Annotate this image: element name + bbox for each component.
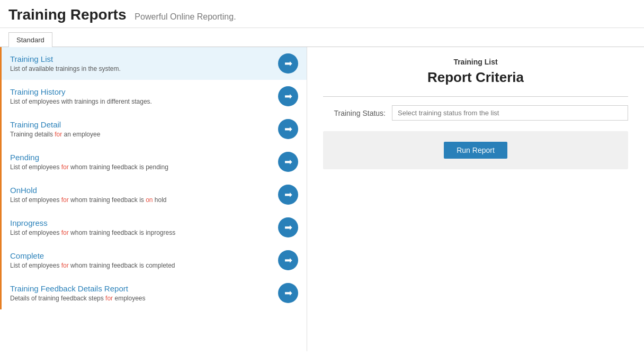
list-item-desc-training-list: List of available trainings in the syste… — [10, 65, 273, 72]
page-title: Training Reports — [8, 6, 126, 23]
list-item-content-pending: PendingList of employees for whom traini… — [10, 153, 273, 171]
list-item-content-inprogress: InprogressList of employees for whom tra… — [10, 218, 273, 236]
list-item-complete[interactable]: CompleteList of employees for whom train… — [0, 244, 307, 277]
run-report-area: Run Report — [323, 131, 628, 169]
list-item-title-training-feedback-details: Training Feedback Details Report — [10, 284, 273, 293]
list-item-title-onhold: OnHold — [10, 186, 273, 195]
list-item-content-training-list: Training ListList of available trainings… — [10, 54, 273, 72]
right-panel: Training List Report Criteria Training S… — [307, 47, 644, 351]
list-item-training-list[interactable]: Training ListList of available trainings… — [0, 47, 307, 80]
criteria-container: Training Status: — [323, 105, 628, 121]
list-item-desc-pending: List of employees for whom training feed… — [10, 163, 273, 171]
chevron-button-training-detail[interactable]: ➡ — [278, 119, 298, 139]
chevron-button-training-feedback-details[interactable]: ➡ — [278, 283, 298, 303]
list-item-title-complete: Complete — [10, 251, 273, 260]
list-item-desc-complete: List of employees for whom training feed… — [10, 262, 273, 269]
chevron-button-training-history[interactable]: ➡ — [278, 86, 298, 106]
criteria-label-training-status: Training Status: — [323, 109, 392, 117]
list-item-title-pending: Pending — [10, 153, 273, 162]
chevron-button-complete[interactable]: ➡ — [278, 250, 298, 270]
list-item-training-feedback-details[interactable]: Training Feedback Details ReportDetails … — [0, 277, 307, 309]
report-header: Training List Report Criteria — [323, 58, 628, 86]
page-subtitle: Powerful Online Reporting. — [135, 12, 236, 21]
list-item-title-inprogress: Inprogress — [10, 218, 273, 227]
list-item-onhold[interactable]: OnHoldList of employees for whom trainin… — [0, 178, 307, 211]
list-item-desc-training-history: List of employees with trainings in diff… — [10, 98, 273, 105]
list-item-pending[interactable]: PendingList of employees for whom traini… — [0, 145, 307, 178]
report-criteria-heading: Report Criteria — [323, 69, 628, 86]
chevron-button-inprogress[interactable]: ➡ — [278, 217, 298, 237]
list-item-training-detail[interactable]: Training DetailTraining details for an e… — [0, 113, 307, 145]
list-item-title-training-list: Training List — [10, 54, 273, 63]
run-report-button[interactable]: Run Report — [444, 142, 507, 159]
list-item-content-training-detail: Training DetailTraining details for an e… — [10, 120, 273, 138]
training-status-input[interactable] — [392, 105, 628, 121]
main-layout: Training ListList of available trainings… — [0, 47, 644, 351]
list-item-desc-onhold: List of employees for whom training feed… — [10, 196, 273, 204]
list-item-desc-training-feedback-details: Details of training feedback steps for e… — [10, 295, 273, 302]
left-panel: Training ListList of available trainings… — [0, 47, 307, 351]
chevron-button-training-list[interactable]: ➡ — [278, 53, 298, 74]
list-item-title-training-detail: Training Detail — [10, 120, 273, 129]
chevron-button-pending[interactable]: ➡ — [278, 152, 298, 172]
list-item-content-training-history: Training HistoryList of employees with t… — [10, 87, 273, 105]
list-item-training-history[interactable]: Training HistoryList of employees with t… — [0, 80, 307, 113]
report-type-label: Training List — [323, 58, 628, 66]
tabs-bar: Standard — [0, 32, 644, 47]
divider — [323, 96, 628, 97]
list-item-desc-training-detail: Training details for an employee — [10, 131, 273, 138]
page-header: Training Reports Powerful Online Reporti… — [0, 0, 644, 28]
list-item-inprogress[interactable]: InprogressList of employees for whom tra… — [0, 211, 307, 244]
list-item-desc-inprogress: List of employees for whom training feed… — [10, 229, 273, 236]
list-item-content-training-feedback-details: Training Feedback Details ReportDetails … — [10, 284, 273, 302]
chevron-button-onhold[interactable]: ➡ — [278, 185, 298, 205]
list-item-content-onhold: OnHoldList of employees for whom trainin… — [10, 186, 273, 204]
list-item-content-complete: CompleteList of employees for whom train… — [10, 251, 273, 269]
tab-standard[interactable]: Standard — [8, 32, 52, 47]
criteria-row-training-status: Training Status: — [323, 105, 628, 121]
list-item-title-training-history: Training History — [10, 87, 273, 96]
